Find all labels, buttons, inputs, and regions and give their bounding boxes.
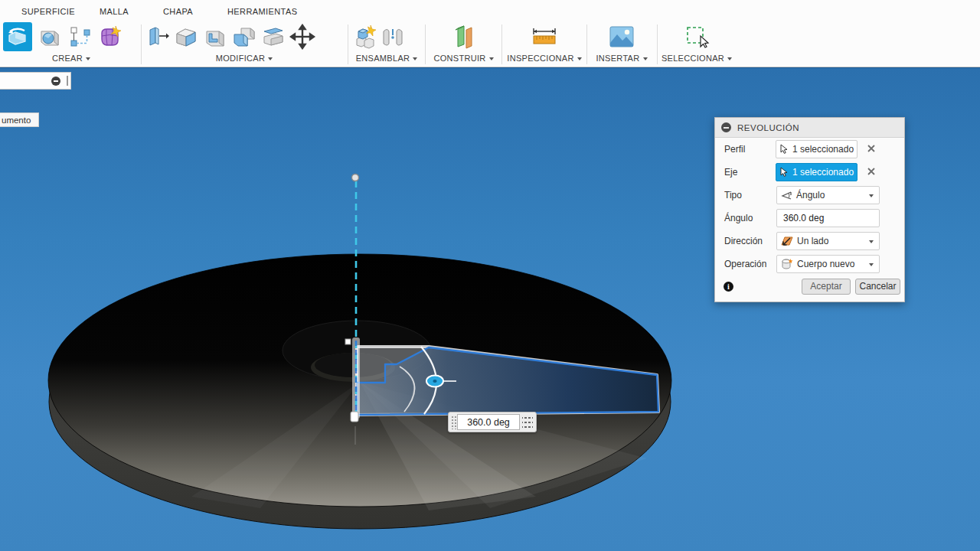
dropdown-caret-icon — [643, 57, 648, 60]
sphere-tool-icon[interactable] — [35, 22, 64, 51]
construction-plane-tool-icon[interactable] — [449, 22, 479, 51]
split-body-tool-icon[interactable] — [259, 22, 288, 51]
group-ensamblar: ENSAMBLAR — [349, 21, 424, 66]
toolbar: SUPERFICIE MALLA CHAPA HERRAMIENTAS — [0, 0, 980, 67]
eje-selection-button[interactable]: 1 seleccionado — [776, 163, 858, 181]
separator — [657, 24, 658, 64]
sketch-select-tool-icon[interactable] — [66, 22, 95, 51]
field-row-angulo: Ángulo — [715, 209, 904, 227]
dropdown-caret-icon — [869, 240, 874, 243]
new-body-icon — [781, 258, 793, 270]
tab-superficie[interactable]: SUPERFICIE — [21, 7, 75, 16]
browser-panel-cutoff[interactable] — [0, 72, 71, 90]
field-row-eje: Eje 1 seleccionado — [715, 163, 904, 181]
dialog-title: REVOLUCIÓN — [737, 123, 799, 132]
shell-tool-icon[interactable] — [201, 22, 230, 51]
dropdown-caret-icon — [268, 57, 273, 60]
collapse-dialog-icon[interactable] — [721, 122, 731, 132]
angulo-label: Ángulo — [724, 213, 753, 223]
ribbon: CREAR — [0, 21, 980, 67]
field-row-perfil: Perfil 1 seleccionado — [715, 140, 904, 158]
collapse-icon[interactable] — [51, 77, 60, 86]
workspace-tabs: SUPERFICIE MALLA CHAPA HERRAMIENTAS — [0, 0, 980, 21]
angle-input[interactable] — [457, 414, 520, 430]
one-side-icon — [781, 236, 793, 246]
tab-chapa[interactable]: CHAPA — [163, 7, 193, 16]
operacion-label: Operación — [724, 259, 766, 269]
group-label-construir[interactable]: CONSTRUIR — [426, 54, 501, 63]
viewport-3d[interactable]: umento REVOLUCIÓN Perfil 1 seleccionado — [0, 67, 980, 551]
panel-splitter — [67, 76, 68, 86]
dialog-header[interactable]: REVOLUCIÓN — [715, 118, 904, 138]
more-options-icon[interactable] — [522, 415, 533, 429]
cancel-button[interactable]: Cancelar — [855, 279, 900, 295]
cursor-icon — [779, 167, 789, 178]
tipo-dropdown[interactable]: Ángulo — [776, 186, 880, 204]
group-label-insertar[interactable]: INSERTAR — [588, 54, 655, 63]
accept-button[interactable]: Aceptar — [802, 279, 851, 295]
angulo-input[interactable] — [776, 209, 880, 227]
drag-grip-icon[interactable] — [450, 415, 457, 429]
rotate-handle-dot — [433, 380, 436, 383]
dropdown-caret-icon — [869, 263, 874, 266]
direccion-dropdown[interactable]: Un lado — [776, 232, 880, 250]
tab-malla[interactable]: MALLA — [100, 7, 129, 16]
dropdown-caret-icon — [869, 194, 874, 197]
new-component-tool-icon[interactable] — [352, 22, 381, 51]
dropdown-caret-icon — [727, 57, 732, 60]
group-inspeccionar: INSPECCIONAR — [502, 21, 586, 66]
profile-grip — [345, 339, 351, 344]
perfil-selection-button[interactable]: 1 seleccionado — [776, 140, 858, 158]
field-row-operacion: Operación Cuerpo nuevo — [715, 255, 904, 273]
browser-document-label: umento — [2, 116, 31, 125]
clear-perfil-icon[interactable] — [865, 142, 877, 155]
cursor-icon — [779, 144, 789, 155]
separator — [348, 24, 348, 64]
move-tool-icon[interactable] — [288, 22, 317, 51]
separator — [586, 24, 587, 64]
form-tool-icon[interactable] — [95, 22, 124, 51]
group-construir: CONSTRUIR — [426, 21, 501, 66]
angle-type-icon — [781, 191, 792, 201]
group-seleccionar: SELECCIONAR — [658, 21, 735, 66]
eje-label: Eje — [724, 167, 737, 178]
group-label-seleccionar[interactable]: SELECCIONAR — [658, 54, 735, 63]
angle-value-box — [448, 412, 537, 432]
dropdown-caret-icon — [489, 57, 494, 60]
fillet-tool-icon[interactable] — [172, 22, 201, 51]
revolucion-dialog: REVOLUCIÓN Perfil 1 seleccionado Eje 1 — [714, 117, 905, 302]
dropdown-caret-icon — [413, 57, 417, 60]
direccion-label: Dirección — [724, 236, 763, 246]
combine-tool-icon[interactable] — [230, 22, 259, 51]
insert-image-tool-icon[interactable] — [607, 22, 636, 51]
joint-tool-icon[interactable] — [381, 22, 404, 51]
tab-herramientas[interactable]: HERRAMIENTAS — [227, 7, 297, 16]
select-tool-icon[interactable] — [682, 22, 711, 51]
clear-eje-icon[interactable] — [865, 165, 877, 178]
separator — [141, 24, 142, 64]
group-label-crear[interactable]: CREAR — [3, 54, 139, 63]
axis-bottom-grip — [351, 412, 358, 422]
browser-document-cutoff[interactable]: umento — [0, 112, 39, 127]
axis-endpoint-handle[interactable] — [352, 174, 359, 181]
field-row-tipo: Tipo Ángulo — [715, 186, 904, 204]
perfil-label: Perfil — [724, 144, 745, 155]
measure-tool-icon[interactable] — [530, 22, 559, 51]
group-insertar: INSERTAR — [588, 21, 655, 66]
press-pull-tool-icon[interactable] — [142, 22, 172, 51]
group-label-ensamblar[interactable]: ENSAMBLAR — [349, 54, 424, 63]
group-label-modificar[interactable]: MODIFICAR — [142, 54, 346, 63]
dialog-footer: i Aceptar Cancelar — [715, 276, 904, 303]
operacion-dropdown[interactable]: Cuerpo nuevo — [776, 255, 880, 273]
info-icon[interactable]: i — [724, 282, 733, 292]
group-label-inspeccionar[interactable]: INSPECCIONAR — [502, 54, 586, 63]
dropdown-caret-icon — [86, 57, 90, 60]
group-modificar: MODIFICAR — [142, 21, 346, 66]
revolve-tool-icon[interactable] — [3, 22, 32, 51]
group-crear: CREAR — [3, 21, 139, 66]
dropdown-caret-icon — [577, 57, 582, 60]
tipo-label: Tipo — [724, 190, 742, 201]
field-row-direccion: Dirección Un lado — [715, 232, 904, 250]
